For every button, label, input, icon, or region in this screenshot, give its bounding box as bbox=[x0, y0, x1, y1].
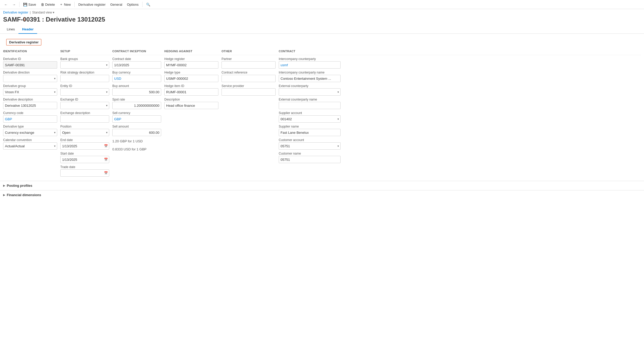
contract-date-input[interactable] bbox=[112, 61, 161, 69]
exchange-id-group: Exchange ID bbox=[60, 98, 109, 109]
tab-lines[interactable]: Lines bbox=[3, 25, 18, 34]
service-provider-input[interactable] bbox=[222, 88, 276, 96]
posting-profiles-section[interactable]: Posting profiles bbox=[0, 181, 644, 190]
external-counterparty-wrapper bbox=[279, 88, 341, 96]
derivative-direction-group: Derivative direction bbox=[3, 71, 57, 82]
calendar-convention-label: Calendar convention bbox=[3, 138, 57, 142]
external-counterparty-name-label: External counterparty name bbox=[279, 98, 341, 101]
hedge-type-label: Hedge type bbox=[164, 71, 218, 74]
separator-3 bbox=[142, 2, 142, 7]
derivative-description-input[interactable] bbox=[3, 102, 57, 109]
page-title: SAMF-00391 : Derivative 13012025 bbox=[3, 16, 105, 23]
derivative-group-select[interactable]: Vroon FX bbox=[3, 88, 57, 96]
external-counterparty-name-group: External counterparty name bbox=[279, 98, 341, 109]
external-counterparty-name-input[interactable] bbox=[279, 102, 341, 109]
end-date-group: End date bbox=[60, 138, 109, 150]
external-counterparty-select[interactable] bbox=[279, 88, 341, 96]
end-date-input[interactable] bbox=[60, 142, 109, 150]
hedge-register-input[interactable] bbox=[164, 61, 218, 69]
hedge-type-input[interactable] bbox=[164, 75, 218, 82]
entity-id-label: Entity ID bbox=[60, 84, 109, 88]
supplier-account-wrapper: 001402 bbox=[279, 115, 341, 123]
financial-dimensions-section[interactable]: Financial dimensions bbox=[0, 190, 644, 200]
derivative-direction-select[interactable] bbox=[3, 75, 57, 82]
derivative-id-input[interactable] bbox=[3, 61, 57, 69]
derivative-direction-label: Derivative direction bbox=[3, 71, 57, 74]
options-menu[interactable]: Options bbox=[125, 2, 141, 8]
bank-groups-group: Bank groups bbox=[60, 57, 109, 69]
sell-currency-group: Sell currency bbox=[112, 111, 161, 123]
partner-input[interactable] bbox=[222, 61, 276, 69]
derivative-type-label: Derivative type bbox=[3, 125, 57, 128]
exchange-id-select[interactable] bbox=[60, 102, 109, 109]
customer-account-select[interactable]: 05751 bbox=[279, 142, 341, 150]
main-content: IDENTIFICATION SETUP CONTRACT INCEPTION … bbox=[0, 49, 644, 181]
search-button[interactable]: 🔍 bbox=[144, 2, 152, 8]
buy-currency-input[interactable] bbox=[112, 75, 161, 82]
trade-date-input[interactable] bbox=[60, 169, 109, 177]
rate-info-2: 0.8333 USD for 1 GBP bbox=[112, 146, 161, 152]
back-button[interactable]: ← bbox=[2, 2, 10, 8]
sell-currency-input[interactable] bbox=[112, 115, 161, 123]
spot-rate-input[interactable] bbox=[112, 102, 161, 109]
contract-column: Intercompany counterparty Intercompany c… bbox=[279, 57, 344, 163]
intercompany-counterparty-group: Intercompany counterparty bbox=[279, 57, 341, 69]
derivative-id-group: Derivative ID bbox=[3, 57, 57, 69]
hedge-item-id-input[interactable] bbox=[164, 88, 218, 96]
customer-account-group: Customer account 05751 bbox=[279, 138, 341, 150]
external-counterparty-label: External counterparty bbox=[279, 84, 341, 88]
derivative-type-group: Derivative type Currency exchange bbox=[3, 125, 57, 136]
save-icon: 💾 bbox=[23, 3, 27, 6]
risk-strategy-input[interactable] bbox=[60, 75, 109, 82]
intercompany-name-group: Intercompany counterparty name bbox=[279, 71, 341, 82]
forward-button[interactable]: → bbox=[10, 2, 18, 8]
view-selector[interactable]: Standard view ▾ bbox=[32, 11, 54, 14]
derivative-id-label: Derivative ID bbox=[3, 57, 57, 61]
contract-inception-column: Contract date Buy currency Buy amount Sp… bbox=[112, 57, 164, 152]
start-date-input[interactable] bbox=[60, 156, 109, 163]
position-select[interactable]: Open bbox=[60, 129, 109, 136]
col-header-other: OTHER bbox=[222, 49, 279, 54]
sell-amount-input[interactable] bbox=[112, 129, 161, 136]
partner-label: Partner bbox=[222, 57, 276, 61]
breadcrumb-link[interactable]: Derivative register bbox=[3, 11, 28, 14]
end-date-wrapper bbox=[60, 142, 109, 150]
contract-date-group: Contract date bbox=[112, 57, 161, 69]
bank-groups-select[interactable] bbox=[60, 61, 109, 69]
view-label: Standard view bbox=[32, 11, 52, 14]
intercompany-name-input[interactable] bbox=[279, 75, 341, 82]
intercompany-counterparty-label: Intercompany counterparty bbox=[279, 57, 341, 61]
spot-rate-group: Spot rate bbox=[112, 98, 161, 109]
customer-name-input[interactable] bbox=[279, 156, 341, 163]
new-button[interactable]: ＋ New bbox=[57, 1, 73, 8]
description-input[interactable] bbox=[164, 102, 218, 109]
contract-reference-input[interactable] bbox=[222, 75, 276, 82]
supplier-account-select[interactable]: 001402 bbox=[279, 115, 341, 123]
tab-header[interactable]: Header bbox=[18, 25, 37, 34]
calendar-convention-select[interactable]: Actual/Actual bbox=[3, 142, 57, 150]
exchange-id-label: Exchange ID bbox=[60, 98, 109, 101]
supplier-account-label: Supplier account bbox=[279, 111, 341, 115]
buy-amount-group: Buy amount bbox=[112, 84, 161, 96]
supplier-name-input[interactable] bbox=[279, 129, 341, 136]
derivative-register-menu[interactable]: Derivative register bbox=[76, 2, 108, 8]
partner-group: Partner bbox=[222, 57, 276, 69]
derivative-type-select[interactable]: Currency exchange bbox=[3, 129, 57, 136]
exchange-description-label: Exchange description bbox=[60, 111, 109, 115]
fields-grid: Derivative ID Derivative direction Deriv… bbox=[3, 57, 641, 177]
search-icon: 🔍 bbox=[146, 3, 150, 6]
entity-id-select[interactable] bbox=[60, 88, 109, 96]
buy-amount-input[interactable] bbox=[112, 88, 161, 96]
col-header-hedging: HEDGING AGAINST bbox=[164, 49, 222, 54]
currency-code-input[interactable] bbox=[3, 115, 57, 123]
general-menu-label: General bbox=[110, 3, 122, 6]
save-button[interactable]: 💾 Save bbox=[21, 2, 38, 8]
general-menu[interactable]: General bbox=[108, 2, 124, 8]
derivative-group-group: Derivative group Vroon FX bbox=[3, 84, 57, 96]
exchange-description-input[interactable] bbox=[60, 115, 109, 123]
delete-button[interactable]: 🗑 Delete bbox=[39, 2, 57, 8]
derivative-description-label: Derivative description bbox=[3, 98, 57, 101]
trade-date-wrapper bbox=[60, 169, 109, 177]
intercompany-counterparty-input[interactable] bbox=[279, 61, 341, 69]
save-label: Save bbox=[28, 3, 36, 6]
